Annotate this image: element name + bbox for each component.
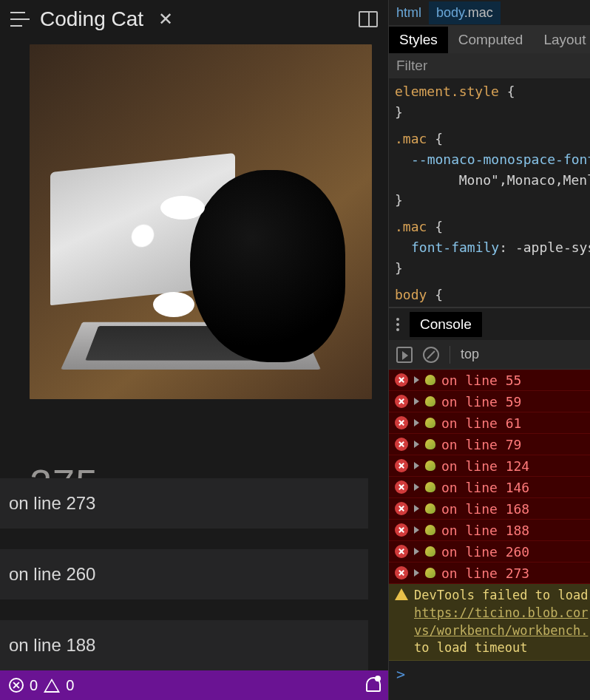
cat-graphic	[190, 170, 345, 362]
bug-icon	[425, 439, 435, 449]
css-rule[interactable]: .mac { --monaco-monospace-font: Mono",Mo…	[389, 126, 590, 214]
apple-logo-icon	[130, 220, 155, 252]
error-badge-icon	[395, 459, 408, 472]
expand-icon[interactable]	[414, 483, 419, 491]
console-context[interactable]: top	[461, 347, 479, 362]
console-error-row[interactable]: on line 146	[389, 477, 590, 498]
dom-breadcrumb: html body.mac	[389, 0, 590, 25]
tab-styles[interactable]: Styles	[389, 27, 448, 53]
bug-icon	[425, 546, 435, 557]
close-icon[interactable]: ✕	[154, 9, 177, 30]
css-rule[interactable]: element.style { }	[389, 78, 590, 126]
error-message: on line 188	[441, 523, 529, 538]
console-drawer-header: Console	[389, 307, 590, 340]
error-toast[interactable]: on line 273	[0, 478, 368, 529]
error-badge-icon	[395, 438, 408, 451]
expand-icon[interactable]	[414, 462, 419, 469]
error-badge-icon	[395, 566, 408, 580]
error-badge-icon	[395, 523, 408, 537]
console-error-row[interactable]: on line 168	[389, 498, 590, 520]
console-error-row[interactable]: on line 260	[389, 541, 590, 563]
breadcrumb-html[interactable]: html	[389, 1, 429, 24]
expand-icon[interactable]	[414, 376, 419, 384]
separator	[450, 346, 450, 364]
error-badge-icon	[395, 545, 408, 558]
status-bar: 0 0	[0, 670, 388, 700]
kebab-menu-icon[interactable]	[396, 318, 399, 331]
bug-icon	[425, 461, 435, 471]
error-message: on line 260	[441, 544, 529, 560]
expand-icon[interactable]	[414, 548, 419, 555]
error-badge-icon	[395, 395, 408, 408]
bug-icon	[425, 525, 435, 535]
page-title: Coding Cat	[40, 7, 143, 31]
error-message: on line 146	[441, 480, 529, 495]
expand-icon[interactable]	[414, 419, 419, 427]
tab-computed[interactable]: Computed	[448, 27, 534, 53]
bug-icon	[425, 396, 435, 407]
hamburger-icon[interactable]	[10, 12, 30, 27]
styles-filter-input[interactable]: Filter	[389, 53, 590, 78]
tab-layout[interactable]: Layout	[533, 27, 590, 53]
error-toast-stack: on line 273 on line 260 on line 188	[0, 478, 368, 670]
clear-console-icon[interactable]	[423, 347, 439, 363]
error-count[interactable]: 0	[30, 677, 38, 694]
error-count-icon[interactable]	[9, 678, 24, 693]
error-message: on line 61	[441, 415, 521, 431]
console-tab[interactable]: Console	[410, 312, 482, 337]
error-message: on line 168	[441, 501, 529, 517]
console-error-row[interactable]: on line 55	[389, 370, 590, 391]
bug-icon	[425, 418, 435, 428]
notifications-bell-icon[interactable]	[364, 677, 379, 693]
expand-icon[interactable]	[414, 441, 419, 448]
error-message: on line 124	[441, 458, 529, 474]
breadcrumb-body[interactable]: body.mac	[429, 1, 501, 24]
error-badge-icon	[395, 416, 408, 429]
error-badge-icon	[395, 502, 408, 515]
error-toast[interactable]: on line 188	[0, 620, 368, 670]
error-message: on line 59	[441, 394, 521, 410]
console-error-row[interactable]: on line 79	[389, 434, 590, 455]
console-prompt[interactable]: >	[389, 661, 590, 687]
error-message: on line 273	[441, 565, 529, 581]
console-error-row[interactable]: on line 59	[389, 391, 590, 412]
warning-count[interactable]: 0	[66, 677, 74, 694]
error-badge-icon	[395, 480, 408, 494]
console-log: on line 55on line 59on line 61on line 79…	[389, 370, 590, 700]
bug-icon	[425, 503, 435, 514]
console-error-row[interactable]: on line 61	[389, 412, 590, 434]
devtools-pane: html body.mac Styles Computed Layout Fil…	[388, 0, 590, 700]
error-toast[interactable]: on line 260	[0, 549, 368, 599]
warning-message: DevTools failed to loadhttps://ticino.bl…	[414, 587, 588, 657]
console-error-row[interactable]: on line 188	[389, 520, 590, 541]
css-rules: element.style { } .mac { --monaco-monosp…	[389, 78, 590, 307]
css-rule[interactable]: .mac { font-family: -apple-syst }	[389, 214, 590, 282]
console-error-row[interactable]: on line 124	[389, 455, 590, 477]
expand-icon[interactable]	[414, 526, 419, 534]
warning-badge-icon	[395, 588, 408, 600]
expand-icon[interactable]	[414, 398, 419, 405]
coding-cat-image	[30, 44, 372, 399]
editor-pane: Coding Cat ✕ 275 on line 273 on line 260…	[0, 0, 388, 700]
console-warning-row[interactable]: DevTools failed to loadhttps://ticino.bl…	[389, 584, 590, 661]
bug-icon	[425, 375, 435, 385]
css-rule[interactable]: body { height: 100%; width: 100%; margin…	[389, 282, 590, 307]
error-badge-icon	[395, 373, 408, 387]
expand-icon[interactable]	[414, 505, 419, 512]
bug-icon	[425, 568, 435, 578]
title-bar: Coding Cat ✕	[0, 0, 388, 44]
styles-tabs: Styles Computed Layout	[389, 25, 590, 53]
console-error-row[interactable]: on line 273	[389, 563, 590, 584]
error-message: on line 79	[441, 437, 521, 452]
bug-icon	[425, 482, 435, 492]
panel-toggle-icon[interactable]	[359, 11, 378, 27]
toggle-sidebar-icon[interactable]	[396, 347, 413, 363]
warning-count-icon[interactable]	[44, 679, 60, 693]
error-message: on line 55	[441, 373, 521, 388]
expand-icon[interactable]	[414, 569, 419, 577]
console-toolbar: top	[389, 340, 590, 370]
